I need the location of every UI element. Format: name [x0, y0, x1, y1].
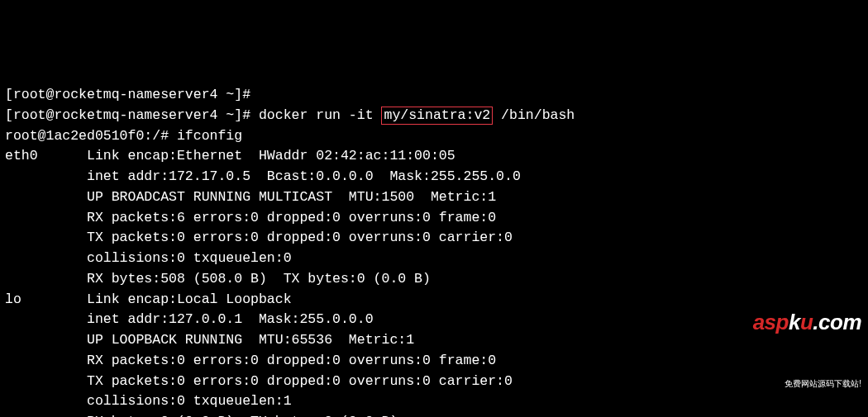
- eth0-header: eth0 Link encap:Ethernet HWaddr 02:42:ac…: [5, 146, 863, 167]
- eth0-flags: UP BROADCAST RUNNING MULTICAST MTU:1500 …: [5, 187, 863, 208]
- command-prefix: [root@rocketmq-nameserver4 ~]# docker ru…: [5, 107, 381, 123]
- lo-flags: UP LOOPBACK RUNNING MTU:65536 Metric:1: [5, 330, 863, 351]
- command-suffix: /bin/bash: [493, 107, 575, 123]
- lo-bytes: RX bytes:0 (0.0 B) TX bytes:0 (0.0 B): [5, 412, 863, 417]
- watermark-tagline: 免费网站源码下载站!: [753, 377, 861, 390]
- lo-collisions: collisions:0 txqueuelen:1: [5, 391, 863, 412]
- lo-header: lo Link encap:Local Loopback: [5, 290, 863, 310]
- eth0-inet: inet addr:172.17.0.5 Bcast:0.0.0.0 Mask:…: [5, 167, 863, 187]
- brand-suffix: .com: [813, 310, 861, 334]
- brand-white-2: u: [800, 310, 813, 334]
- watermark-brand: aspku.com: [753, 306, 861, 339]
- image-name-highlight: my/sinatra:v2: [381, 107, 493, 125]
- prompt-line-1: [root@rocketmq-nameserver4 ~]#: [5, 85, 863, 106]
- lo-rx-packets: RX packets:0 errors:0 dropped:0 overruns…: [5, 351, 863, 372]
- lo-inet: inet addr:127.0.0.1 Mask:255.0.0.0: [5, 310, 863, 330]
- brand-white-1: k: [789, 310, 800, 334]
- terminal-output[interactable]: [root@rocketmq-nameserver4 ~]#[root@rock…: [5, 85, 863, 417]
- eth0-bytes: RX bytes:508 (508.0 B) TX bytes:0 (0.0 B…: [5, 269, 863, 290]
- eth0-rx-packets: RX packets:6 errors:0 dropped:0 overruns…: [5, 208, 863, 229]
- watermark: aspku.com 免费网站源码下载站!: [753, 265, 861, 410]
- lo-tx-packets: TX packets:0 errors:0 dropped:0 overruns…: [5, 372, 863, 392]
- eth0-tx-packets: TX packets:0 errors:0 dropped:0 overruns…: [5, 228, 863, 249]
- ifconfig-command: root@1ac2ed0510f0:/# ifconfig: [5, 126, 863, 147]
- eth0-collisions: collisions:0 txqueuelen:0: [5, 249, 863, 269]
- docker-run-command: [root@rocketmq-nameserver4 ~]# docker ru…: [5, 106, 863, 126]
- brand-red: asp: [753, 310, 789, 334]
